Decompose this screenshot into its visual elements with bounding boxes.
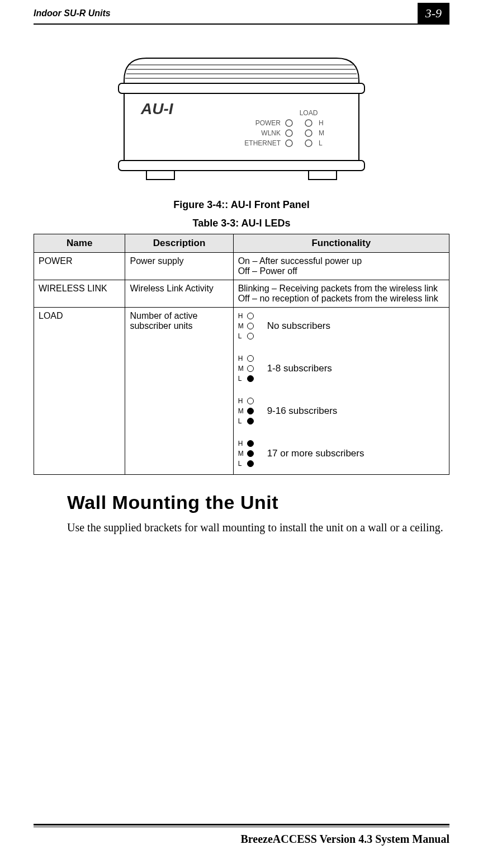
svg-text:H: H bbox=[319, 119, 324, 127]
load-state-high-label: 17 or more subscribers bbox=[267, 448, 364, 459]
cell-power-name: POWER bbox=[34, 253, 125, 280]
wireless-func-line1: Blinking – Receiving packets from the wi… bbox=[238, 284, 444, 294]
cell-power-func: On – After successful power up Off – Pow… bbox=[233, 253, 449, 280]
cell-load-func: H M L No subscribers H M L 1-8 subscribe… bbox=[233, 308, 449, 475]
power-func-line1: On – After successful power up bbox=[238, 256, 444, 266]
svg-text:M: M bbox=[319, 129, 324, 137]
led-label-m: M bbox=[238, 322, 247, 330]
load-state-low-label: 1-8 subscribers bbox=[267, 363, 332, 374]
led-label-m: M bbox=[238, 365, 247, 372]
led-dot-filled-icon bbox=[247, 450, 254, 457]
page-number: 3-9 bbox=[418, 3, 449, 24]
figure-caption: Figure 3-4:: AU-I Front Panel bbox=[34, 199, 449, 211]
svg-text:WLNK: WLNK bbox=[261, 129, 281, 137]
led-indicator-med: H M L bbox=[238, 396, 254, 426]
section-body-wall-mounting: Use the supplied brackets for wall mount… bbox=[67, 520, 449, 535]
svg-text:POWER: POWER bbox=[255, 119, 281, 127]
footer-rule-thin bbox=[34, 827, 449, 827]
led-indicator-high: H M L bbox=[238, 438, 254, 469]
cell-load-desc: Number of active subscriber units bbox=[125, 308, 233, 475]
led-label-h: H bbox=[238, 440, 247, 447]
section-title-wall-mounting: Wall Mounting the Unit bbox=[67, 492, 449, 513]
led-dot-empty-icon bbox=[247, 365, 254, 372]
led-label-l: L bbox=[238, 460, 247, 468]
load-state-med-label: 9-16 subscribers bbox=[267, 405, 338, 417]
th-name: Name bbox=[34, 234, 125, 253]
load-state-med: H M L 9-16 subscribers bbox=[238, 396, 444, 426]
cell-power-desc: Power supply bbox=[125, 253, 233, 280]
page-footer: BreezeACCESS Version 4.3 System Manual bbox=[34, 824, 449, 846]
led-dot-empty-icon bbox=[247, 323, 254, 329]
led-label-m: M bbox=[238, 407, 247, 415]
device-figure-area: AU-I POWER WLNK ETHERNET LOAD H M L bbox=[34, 47, 449, 189]
footer-rule-thick bbox=[34, 824, 449, 825]
device-illustration: AU-I POWER WLNK ETHERNET LOAD H M L bbox=[113, 47, 370, 187]
device-front-panel-figure: AU-I POWER WLNK ETHERNET LOAD H M L bbox=[113, 47, 370, 189]
led-label-l: L bbox=[238, 332, 247, 340]
led-label-l: L bbox=[238, 417, 247, 425]
led-indicator-none: H M L bbox=[238, 311, 254, 341]
led-dot-filled-icon bbox=[247, 418, 254, 424]
led-label-h: H bbox=[238, 397, 247, 405]
header-section-title: Indoor SU-R Units bbox=[34, 8, 111, 18]
th-description: Description bbox=[125, 234, 233, 253]
led-label-h: H bbox=[238, 312, 247, 320]
leds-table: Name Description Functionality POWER Pow… bbox=[34, 234, 449, 475]
table-row-wireless: WIRELESS LINK Wireless Link Activity Bli… bbox=[34, 280, 449, 308]
svg-text:L: L bbox=[319, 139, 323, 147]
led-dot-filled-icon bbox=[247, 408, 254, 414]
cell-wireless-name: WIRELESS LINK bbox=[34, 280, 125, 308]
cell-wireless-desc: Wireless Link Activity bbox=[125, 280, 233, 308]
svg-rect-7 bbox=[146, 171, 174, 180]
led-dot-filled-icon bbox=[247, 460, 254, 467]
svg-rect-8 bbox=[309, 171, 337, 180]
led-dot-empty-icon bbox=[247, 355, 254, 362]
load-state-high: H M L 17 or more subscribers bbox=[238, 438, 444, 469]
led-dot-filled-icon bbox=[247, 375, 254, 382]
table-row-power: POWER Power supply On – After successful… bbox=[34, 253, 449, 280]
model-label-text: AU-I bbox=[140, 100, 174, 117]
led-label-m: M bbox=[238, 450, 247, 457]
led-dot-filled-icon bbox=[247, 440, 254, 447]
load-state-none: H M L No subscribers bbox=[238, 311, 444, 341]
wireless-func-line2: Off – no reception of packets from the w… bbox=[238, 294, 444, 304]
led-label-l: L bbox=[238, 375, 247, 383]
page: Indoor SU-R Units 3-9 bbox=[0, 0, 483, 868]
footer-manual-title: BreezeACCESS Version 4.3 System Manual bbox=[34, 833, 449, 846]
svg-rect-4 bbox=[119, 83, 364, 93]
page-header: Indoor SU-R Units 3-9 bbox=[34, 0, 449, 22]
svg-text:LOAD: LOAD bbox=[300, 109, 318, 117]
led-dot-empty-icon bbox=[247, 313, 254, 319]
table-row-load: LOAD Number of active subscriber units H… bbox=[34, 308, 449, 475]
th-functionality: Functionality bbox=[233, 234, 449, 253]
cell-wireless-func: Blinking – Receiving packets from the wi… bbox=[233, 280, 449, 308]
header-rule bbox=[34, 23, 449, 25]
table-header-row: Name Description Functionality bbox=[34, 234, 449, 253]
cell-load-name: LOAD bbox=[34, 308, 125, 475]
led-dot-empty-icon bbox=[247, 398, 254, 404]
svg-rect-6 bbox=[119, 161, 364, 171]
led-dot-empty-icon bbox=[247, 333, 254, 339]
load-state-none-label: No subscribers bbox=[267, 320, 330, 332]
svg-text:ETHERNET: ETHERNET bbox=[244, 139, 281, 147]
led-label-h: H bbox=[238, 355, 247, 362]
load-state-low: H M L 1-8 subscribers bbox=[238, 353, 444, 384]
table-caption: Table 3-3: AU-I LEDs bbox=[34, 218, 449, 229]
power-func-line2: Off – Power off bbox=[238, 266, 444, 276]
led-indicator-low: H M L bbox=[238, 353, 254, 384]
